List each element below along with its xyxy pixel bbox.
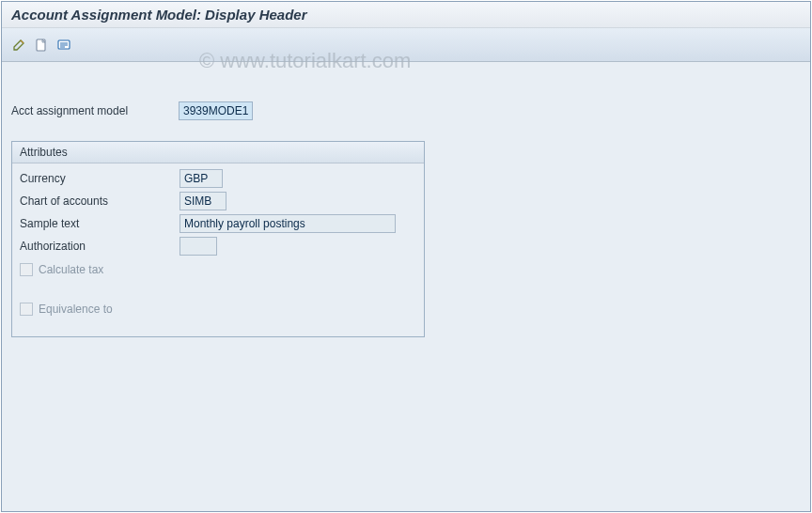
calc-tax-row: Calculate tax	[20, 259, 416, 280]
titlebar: Account Assignment Model: Display Header	[2, 2, 810, 28]
coa-label: Chart of accounts	[20, 194, 180, 208]
auth-label: Authorization	[20, 240, 180, 253]
spacer	[20, 280, 416, 297]
model-label: Acct assignment model	[11, 104, 179, 117]
coa-field[interactable]: SIMB	[180, 192, 226, 210]
auth-row: Authorization	[20, 235, 416, 257]
auth-field[interactable]	[180, 237, 217, 256]
currency-field[interactable]: GBP	[180, 169, 223, 188]
panel-title: Attributes	[12, 142, 424, 163]
model-row: Acct assignment model 3939MODE1	[11, 101, 801, 120]
detail-icon[interactable]	[55, 36, 73, 54]
sample-field[interactable]: Monthly payroll postings	[180, 214, 396, 233]
page-title: Account Assignment Model: Display Header	[11, 7, 307, 23]
create-icon[interactable]	[32, 36, 51, 54]
window: Account Assignment Model: Display Header	[1, 1, 811, 512]
equivalence-checkbox	[20, 303, 33, 316]
panel-body: Currency GBP Chart of accounts SIMB Samp…	[12, 163, 424, 336]
change-icon[interactable]	[9, 36, 28, 54]
content-area: Acct assignment model 3939MODE1 Attribut…	[2, 62, 810, 511]
currency-label: Currency	[20, 172, 180, 185]
equivalence-row: Equivalence to	[20, 299, 416, 319]
sample-row: Sample text Monthly payroll postings	[20, 212, 416, 235]
calc-tax-checkbox	[20, 263, 33, 276]
calc-tax-label: Calculate tax	[39, 263, 103, 276]
coa-row: Chart of accounts SIMB	[20, 190, 416, 212]
model-field[interactable]: 3939MODE1	[179, 101, 253, 120]
sample-label: Sample text	[20, 217, 180, 230]
toolbar	[2, 28, 810, 62]
currency-row: Currency GBP	[20, 167, 416, 190]
equivalence-label: Equivalence to	[39, 303, 113, 316]
attributes-panel: Attributes Currency GBP Chart of account…	[11, 141, 425, 337]
